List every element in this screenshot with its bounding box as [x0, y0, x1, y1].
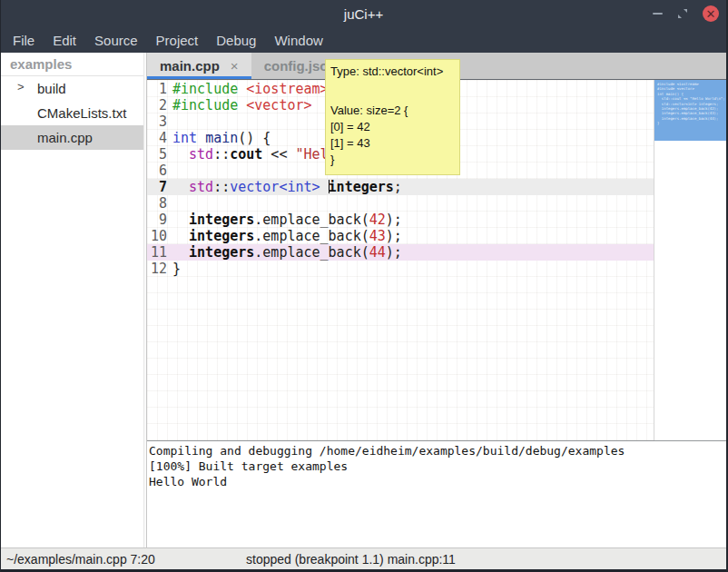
file-tree: >buildCMakeLists.txtmain.cpp	[1, 76, 143, 150]
status-file-position: ~/examples/main.cpp 7:20	[6, 552, 155, 567]
line-number[interactable]: 8	[147, 195, 171, 212]
sidebar-item-build[interactable]: >build	[1, 76, 143, 101]
token-def: emplace_back	[262, 228, 360, 244]
token-num: 44	[369, 244, 386, 261]
tree-item-label: build	[1, 81, 66, 96]
window-controls: ✕	[653, 0, 719, 27]
menu-item-window[interactable]: Window	[265, 27, 331, 53]
code-text[interactable]: integers.emplace_back(44);	[172, 244, 402, 261]
tooltip-value-line: [1] = 43	[330, 135, 455, 152]
line-number[interactable]: 9	[147, 212, 171, 228]
title-bar: juCi++ ✕	[1, 0, 726, 27]
token-def	[172, 179, 189, 195]
code-line-12[interactable]: 12}	[147, 261, 654, 277]
token-def: ;	[394, 179, 402, 195]
line-number[interactable]: 11	[147, 244, 171, 261]
line-number[interactable]: 4	[147, 130, 171, 146]
window-title: juCi++	[1, 6, 726, 22]
token-def: .	[254, 244, 262, 261]
token-def: );	[386, 212, 402, 228]
sidebar-item-cmakelists-txt[interactable]: CMakeLists.txt	[1, 101, 143, 125]
code-line-10[interactable]: 10 integers.emplace_back(43);	[147, 228, 654, 244]
minimap[interactable]: #include <iostream>#include <vector>int …	[654, 80, 726, 440]
chevron-right-icon[interactable]: >	[17, 80, 25, 94]
token-def: ::	[213, 179, 230, 195]
side-bar: examples >buildCMakeLists.txtmain.cpp	[1, 53, 143, 547]
code-line-9[interactable]: 9 integers.emplace_back(42);	[147, 212, 654, 228]
tooltip-gap	[330, 79, 455, 103]
token-def: <<	[262, 146, 295, 163]
token-pre: #include	[172, 97, 238, 113]
token-def: (	[361, 212, 369, 228]
sidebar-item-main-cpp[interactable]: main.cpp	[1, 125, 143, 150]
token-def: );	[386, 244, 402, 261]
minimap-line: integers.emplace_back(44);	[657, 116, 726, 121]
token-ns: std	[189, 146, 213, 163]
active-tab-underline	[147, 76, 251, 79]
menu-item-file[interactable]: File	[4, 27, 44, 53]
line-number[interactable]: 12	[147, 261, 171, 277]
code-line-11[interactable]: 11 integers.emplace_back(44);	[147, 244, 654, 261]
token-def: emplace_back	[262, 212, 360, 228]
token-var: integers	[189, 228, 254, 244]
status-bar: ~/examples/main.cpp 7:20 stopped (breakp…	[1, 547, 726, 569]
project-name-header: examples	[1, 53, 143, 76]
token-fn: main	[205, 130, 238, 146]
line-number[interactable]: 1	[147, 81, 171, 97]
token-pre: #include	[172, 81, 238, 97]
token-def	[172, 212, 189, 228]
code-text[interactable]: integers.emplace_back(42);	[172, 212, 402, 228]
terminal-line: Hello World	[149, 474, 726, 489]
token-var: integers	[189, 244, 254, 261]
code-text[interactable]: }	[172, 261, 181, 277]
tab-main-cpp[interactable]: main.cpp×	[147, 53, 251, 79]
minimap-line: std::cout << "Hello World\n";	[657, 96, 726, 101]
code-text[interactable]: std::vector<int> integers;	[172, 179, 402, 195]
menu-item-project[interactable]: Project	[147, 27, 208, 53]
token-num: 43	[369, 228, 386, 244]
code-line-7[interactable]: 7 std::vector<int> integers;	[147, 179, 654, 195]
token-def: (	[361, 244, 369, 261]
line-number[interactable]: 5	[147, 146, 171, 163]
tooltip-value-block: Value: size=2 { [0] = 42 [1] = 43}	[330, 103, 455, 168]
code-text[interactable]: #include <iostream>	[172, 81, 329, 97]
terminal-line: [100%] Built target examples	[149, 459, 726, 474]
code-text[interactable]: #include <vector>	[172, 97, 312, 113]
tab-close-icon[interactable]: ×	[231, 58, 239, 74]
tooltip-type-line: Type: std::vector<int>	[330, 64, 455, 79]
token-def	[172, 244, 189, 261]
token-def: );	[386, 228, 402, 244]
line-number[interactable]: 6	[147, 163, 171, 179]
token-var: cout	[230, 146, 262, 163]
minimize-icon[interactable]	[653, 13, 663, 15]
token-var: integers	[329, 179, 394, 195]
token-kw: vector<int>	[230, 179, 320, 195]
menu-item-edit[interactable]: Edit	[44, 27, 85, 53]
token-inc: <vector>	[246, 97, 311, 113]
close-icon[interactable]: ✕	[703, 5, 719, 22]
tooltip-value-line: }	[330, 152, 455, 168]
tree-item-label: CMakeLists.txt	[1, 105, 126, 121]
token-inc: <iostream>	[246, 81, 328, 97]
status-debug-state: stopped (breakpoint 1.1) main.cpp:11	[246, 552, 456, 567]
menu-item-source[interactable]: Source	[85, 27, 147, 53]
code-line-8[interactable]: 8	[147, 195, 654, 212]
menu-item-debug[interactable]: Debug	[207, 27, 265, 53]
token-def: .	[254, 228, 262, 244]
token-ns: std	[189, 179, 213, 195]
terminal-panel[interactable]: Compiling and debugging /home/eidheim/ex…	[147, 441, 726, 547]
line-number[interactable]: 2	[147, 97, 171, 113]
token-def	[238, 97, 246, 113]
line-number[interactable]: 7	[147, 179, 171, 195]
restore-icon[interactable]	[677, 8, 688, 19]
code-text[interactable]: integers.emplace_back(43);	[172, 228, 402, 244]
token-def	[320, 179, 329, 195]
token-def	[238, 81, 246, 97]
code-text[interactable]: int main() {	[172, 130, 271, 146]
token-def: }	[172, 261, 181, 277]
token-kw: int	[172, 130, 197, 146]
line-number[interactable]: 3	[147, 113, 171, 130]
minimap-visible-region[interactable]: #include <iostream>#include <vector>int …	[654, 80, 726, 141]
tab-label: main.cpp	[160, 58, 220, 74]
line-number[interactable]: 10	[147, 228, 171, 244]
